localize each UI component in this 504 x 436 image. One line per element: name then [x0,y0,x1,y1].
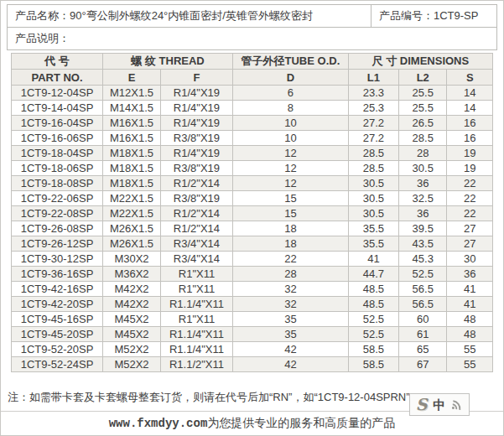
table-cell: 19 [447,161,493,176]
table-cell: 25.5 [399,86,447,101]
table-cell: 42 [233,357,349,372]
table-cell: 15 [233,206,349,221]
table-cell: 1CT9-45-20SP [12,327,103,342]
table-cell: 35 [233,327,349,342]
table-cell: 41 [447,282,493,297]
table-cell: 28 [399,146,447,161]
table-cell: 35.5 [348,221,398,236]
col-header-e: E [103,70,161,86]
table-cell: 1CT9-22-06SP [12,191,103,206]
table-cell: R1"X11 [160,282,232,297]
col-header-f: F [160,70,232,86]
table-cell: 27.2 [348,116,398,131]
table-cell: 6 [233,86,349,101]
table-cell: 15 [233,191,349,206]
rss-feed-icon[interactable] [451,399,463,411]
table-cell: 48.5 [348,282,398,297]
table-row: 1CT9-36-16SPM36X2R1"X112844.752.536 [12,267,493,282]
table-cell: 28.5 [399,131,447,146]
table-row: 1CT9-30-12SPM30X2R3/4"X14224145.330 [12,252,493,267]
table-row: 1CT9-26-08SPM26X1.5R1/2"X141835.539.527 [12,221,493,236]
translation-widget: S 中 [409,393,470,416]
product-info-table: 产品名称：90°弯公制外螺纹24°内锥面密封/英锥管外螺纹密封 产品编号：1CT… [7,4,497,50]
table-row: 1CT9-45-20SPM45X2R1.1/4"X113552.56148 [12,327,493,342]
sub-header-row: PART NO. E F D L1 L2 S [12,70,493,86]
table-cell: 10 [233,131,349,146]
table-cell: 39.5 [399,221,447,236]
table-cell: R1.1/4"X11 [160,327,232,342]
table-cell: R1/4"X19 [160,116,232,131]
s-logo-icon[interactable]: S [416,397,428,413]
spec-table: 代 号 螺 纹 THREAD 管子外径TUBE O.D. 尺 寸 DIMENSI… [11,53,493,372]
product-name-label: 产品名称： [15,9,70,22]
table-cell: 1CT9-52-24SP [12,357,103,372]
table-row: 1CT9-42-20SPM42X2R1.1/4"X113248.556.541 [12,297,493,312]
table-cell: 27.2 [348,131,398,146]
table-row: 1CT9-52-20SPM52X2R1.1/4"X114258.56555 [12,342,493,357]
table-cell: M30X2 [103,252,161,267]
table-cell: M14X1.5 [103,101,161,116]
table-cell: 22 [447,191,493,206]
table-cell: 48 [447,327,493,342]
col-header-l1: L1 [348,70,398,86]
table-cell: 1CT9-16-06SP [12,131,103,146]
chinese-lang-icon[interactable]: 中 [433,398,445,411]
table-cell: R1.1/2"X11 [160,357,232,372]
table-cell: M16X1.5 [103,116,161,131]
table-cell: M45X2 [103,327,161,342]
table-cell: 28.5 [348,146,398,161]
table-row: 1CT9-18-04SPM18X1.5R1/4"X191228.52819 [12,146,493,161]
table-row: 1CT9-18-06SPM18X1.5R3/8"X191228.530.519 [12,161,493,176]
table-cell: R1.1/4"X11 [160,297,232,312]
table-cell: 55 [447,342,493,357]
table-cell: 1CT9-14-04SP [12,101,103,116]
table-cell: 58.5 [348,342,398,357]
col-header-s: S [447,70,493,86]
table-cell: 28 [233,267,349,282]
footer-url: www.fxmdyy.com [109,417,208,430]
table-cell: 52.5 [348,312,398,327]
product-code-label: 产品编号： [379,9,434,22]
table-cell: 1CT9-18-08SP [12,176,103,191]
table-cell: M26X1.5 [103,221,161,236]
table-cell: R1"X11 [160,267,232,282]
table-cell: 8 [233,101,349,116]
table-cell: 19 [447,146,493,161]
spec-table-body: 1CT9-12-04SPM12X1.5R1/4"X19623.325.5141C… [12,86,493,372]
product-code-value: 1CT9-SP [434,9,478,22]
table-cell: 36 [399,206,447,221]
table-cell: R1"X11 [160,312,232,327]
table-cell: 25.3 [348,101,398,116]
table-cell: 28.5 [348,161,398,176]
table-cell: M52X2 [103,357,161,372]
table-cell: 35 [233,312,349,327]
table-cell: 12 [233,146,349,161]
table-cell: 36 [399,176,447,191]
table-cell: 1CT9-30-12SP [12,252,103,267]
table-cell: 1CT9-22-08SP [12,206,103,221]
table-row: 1CT9-16-04SPM16X1.5R1/4"X191027.226.516 [12,116,493,131]
footer-text: www.fxmdyy.com为您提供专业的服务和高质量的产品 [1,416,503,431]
table-cell: 41 [348,252,398,267]
table-cell: 44.7 [348,267,398,282]
table-cell: 1CT9-18-06SP [12,161,103,176]
table-row: 1CT9-18-08SPM18X1.5R1/2"X141230.53622 [12,176,493,191]
product-name-cell: 产品名称：90°弯公制外螺纹24°内锥面密封/英锥管外螺纹密封 [8,5,372,28]
table-cell: 27 [447,236,493,252]
table-cell: 23.3 [348,86,398,101]
table-cell: M18X1.5 [103,176,161,191]
table-cell: 30 [447,252,493,267]
table-cell: R1/2"X14 [160,206,232,221]
table-cell: R3/8"X19 [160,191,232,206]
table-cell: R3/8"X19 [160,161,232,176]
table-cell: 52.5 [348,327,398,342]
table-cell: 30.5 [348,191,398,206]
table-cell: 67 [399,357,447,372]
table-cell: R1/4"X19 [160,146,232,161]
table-cell: 56.5 [399,297,447,312]
table-cell: 14 [447,86,493,101]
table-cell: 14 [447,101,493,116]
table-cell: 1CT9-26-08SP [12,221,103,236]
table-row: 1CT9-12-04SPM12X1.5R1/4"X19623.325.514 [12,86,493,101]
group-header-thread: 螺 纹 THREAD [103,54,233,70]
